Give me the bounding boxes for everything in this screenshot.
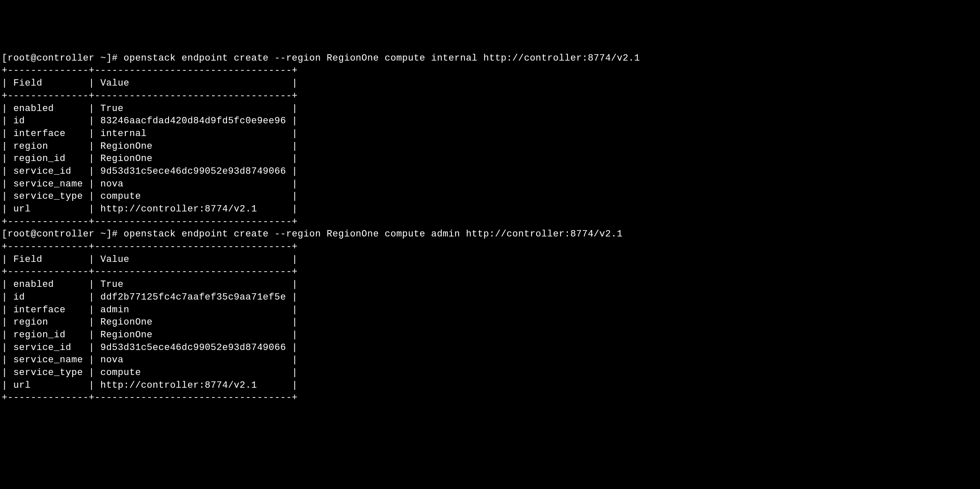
table-header-row-1: | Field | Value | — [2, 77, 978, 90]
table-border-bottom-1: +--------------+------------------------… — [2, 216, 978, 228]
table-row: | interface | admin | — [2, 304, 978, 317]
table-cell-field: service_name — [13, 355, 83, 365]
table-row: | interface | internal | — [2, 128, 978, 140]
table-cell-field: service_type — [13, 367, 83, 378]
table-cell-field: region_id — [13, 153, 65, 164]
table-cell-value: RegionOne — [100, 317, 152, 328]
table-cell-field: region — [13, 317, 48, 328]
table-cell-value: admin — [100, 305, 130, 315]
table-cell-field: id — [13, 116, 25, 126]
table-header-value: Value — [100, 78, 130, 89]
table-border-mid-1: +--------------+------------------------… — [2, 90, 978, 103]
table-row: | service_name | nova | — [2, 354, 978, 367]
table-cell-value: nova — [100, 179, 124, 189]
table-row: | service_id | 9d53d31c5ece46dc99052e93d… — [2, 342, 978, 354]
table-cell-field: url — [13, 204, 30, 214]
table-cell-value: True — [100, 279, 124, 290]
table-cell-value: compute — [100, 367, 141, 378]
table-cell-field: service_id — [13, 166, 71, 177]
table-cell-value: http://controller:8774/v2.1 — [100, 204, 257, 214]
table-row: | region | RegionOne | — [2, 140, 978, 153]
table-cell-field: interface — [13, 305, 65, 315]
table-cell-field: enabled — [13, 279, 54, 290]
table-row: | id | 83246aacfdad420d84d9fd5fc0e9ee96 … — [2, 115, 978, 128]
table-row: | url | http://controller:8774/v2.1 | — [2, 203, 978, 216]
table-row: | service_name | nova | — [2, 178, 978, 191]
table-border-mid-2: +--------------+------------------------… — [2, 266, 978, 278]
table-row: | enabled | True | — [2, 278, 978, 291]
table-cell-value: nova — [100, 355, 124, 365]
table-row: | region_id | RegionOne | — [2, 153, 978, 165]
table-cell-field: service_name — [13, 179, 83, 189]
table-cell-field: region_id — [13, 330, 65, 340]
table-cell-value: ddf2b77125fc4c7aafef35c9aa71ef5e — [100, 292, 286, 303]
table-cell-value: http://controller:8774/v2.1 — [100, 380, 257, 391]
table-cell-value: True — [100, 103, 124, 114]
table-cell-value: RegionOne — [100, 153, 152, 164]
table-cell-value: compute — [100, 191, 141, 202]
table-row: | region | RegionOne | — [2, 316, 978, 329]
table-header-field: Field — [13, 78, 42, 89]
table-cell-value: internal — [100, 128, 147, 139]
table-header-value: Value — [100, 254, 130, 265]
table-cell-value: RegionOne — [100, 330, 152, 340]
table-row: | enabled | True | — [2, 103, 978, 115]
table-row: | region_id | RegionOne | — [2, 329, 978, 342]
table-header-row-2: | Field | Value | — [2, 253, 978, 266]
command-prompt-2[interactable]: [root@controller ~]# openstack endpoint … — [2, 228, 978, 241]
table-row: | service_id | 9d53d31c5ece46dc99052e93d… — [2, 165, 978, 178]
table-cell-field: id — [13, 292, 25, 303]
table-row: | id | ddf2b77125fc4c7aafef35c9aa71ef5e … — [2, 291, 978, 304]
table-cell-field: url — [13, 380, 30, 391]
table-cell-value: 9d53d31c5ece46dc99052e93d8749066 — [100, 342, 286, 353]
table-border-bottom-2: +--------------+------------------------… — [2, 392, 978, 404]
table-header-field: Field — [13, 254, 42, 265]
table-row: | url | http://controller:8774/v2.1 | — [2, 379, 978, 392]
table-cell-field: region — [13, 141, 48, 152]
table-cell-field: service_id — [13, 342, 71, 353]
table-cell-field: enabled — [13, 103, 54, 114]
table-border-top-1: +--------------+------------------------… — [2, 64, 978, 77]
table-row: | service_type | compute | — [2, 367, 978, 379]
table-cell-field: interface — [13, 128, 65, 139]
table-row: | service_type | compute | — [2, 190, 978, 203]
table-border-top-2: +--------------+------------------------… — [2, 241, 978, 253]
table-cell-value: RegionOne — [100, 141, 152, 152]
table-cell-value: 9d53d31c5ece46dc99052e93d8749066 — [100, 166, 286, 177]
table-cell-field: service_type — [13, 191, 83, 202]
table-cell-value: 83246aacfdad420d84d9fd5fc0e9ee96 — [100, 116, 286, 126]
command-prompt-1[interactable]: [root@controller ~]# openstack endpoint … — [2, 52, 978, 65]
